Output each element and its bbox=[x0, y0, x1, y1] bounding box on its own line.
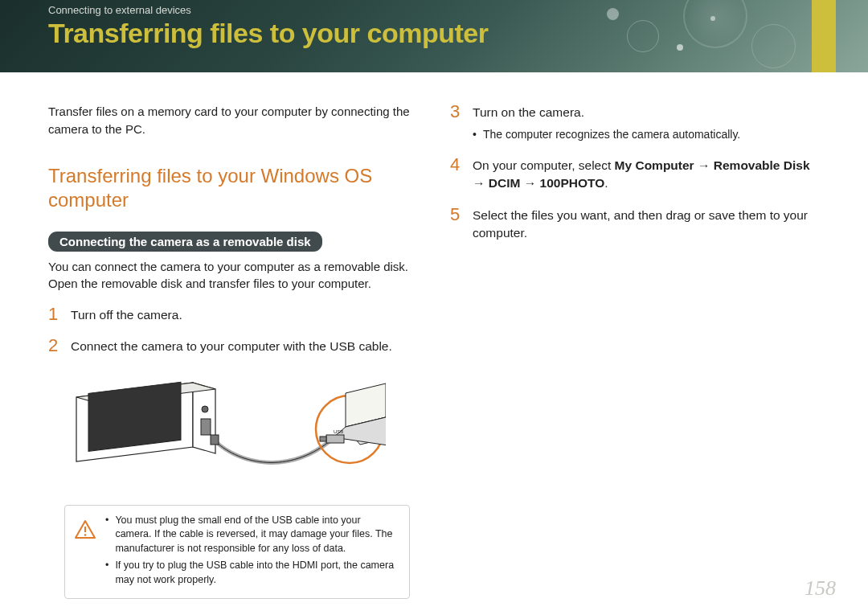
svg-text:USB: USB bbox=[334, 429, 343, 434]
svg-point-9 bbox=[84, 534, 87, 536]
section-heading: Transferring files to your Windows OS co… bbox=[48, 164, 418, 212]
svg-rect-3 bbox=[211, 435, 219, 445]
step-4: 4 On your computer, select My Computer →… bbox=[450, 156, 820, 193]
step-number: 1 bbox=[48, 305, 59, 324]
svg-rect-2 bbox=[201, 419, 211, 435]
warning-icon bbox=[75, 520, 96, 544]
usb-connection-illustration: USB bbox=[64, 369, 386, 494]
step-2: 2 Connect the camera to your computer wi… bbox=[48, 337, 418, 355]
step-5: 5 Select the files you want, and then dr… bbox=[450, 206, 820, 243]
step-text: Connect the camera to your computer with… bbox=[71, 337, 392, 355]
step-1: 1 Turn off the camera. bbox=[48, 305, 418, 324]
step-number: 3 bbox=[450, 103, 461, 143]
page-title: Transferring files to your computer bbox=[48, 18, 820, 49]
step-number: 5 bbox=[450, 206, 461, 243]
right-column: 3 Turn on the camera. The computer recog… bbox=[450, 103, 820, 599]
step-sub-bullet: The computer recognizes the camera autom… bbox=[473, 126, 740, 142]
svg-rect-5 bbox=[326, 435, 344, 443]
left-column: Transfer files on a memory card to your … bbox=[48, 103, 418, 599]
breadcrumb: Connecting to external devices bbox=[48, 4, 820, 16]
svg-rect-0 bbox=[88, 382, 181, 451]
intro-text: Transfer files on a memory card to your … bbox=[48, 103, 418, 138]
svg-point-1 bbox=[202, 406, 208, 412]
topic-description: You can connect the camera to your compu… bbox=[48, 258, 418, 293]
step-3: 3 Turn on the camera. The computer recog… bbox=[450, 103, 820, 143]
steps-list-left: 1 Turn off the camera. 2 Connect the cam… bbox=[48, 305, 418, 356]
svg-rect-6 bbox=[320, 437, 326, 441]
warning-item: If you try to plug the USB cable into th… bbox=[105, 559, 398, 587]
content-area: Transfer files on a memory card to your … bbox=[0, 72, 868, 599]
step-number: 2 bbox=[48, 337, 59, 355]
step-text: On your computer, select My Computer → R… bbox=[473, 156, 820, 193]
warning-item: You must plug the small end of the USB c… bbox=[105, 514, 398, 556]
steps-list-right: 3 Turn on the camera. The computer recog… bbox=[450, 103, 820, 243]
step-number: 4 bbox=[450, 156, 461, 193]
step-text: Select the files you want, and then drag… bbox=[473, 206, 820, 243]
step-text: Turn on the camera. The computer recogni… bbox=[473, 103, 740, 143]
step-text: Turn off the camera. bbox=[71, 305, 182, 324]
warning-box: You must plug the small end of the USB c… bbox=[64, 505, 410, 600]
topic-pill: Connecting the camera as a removable dis… bbox=[48, 232, 322, 252]
page-number: 158 bbox=[805, 576, 836, 601]
page-header: Connecting to external devices Transferr… bbox=[0, 0, 868, 72]
